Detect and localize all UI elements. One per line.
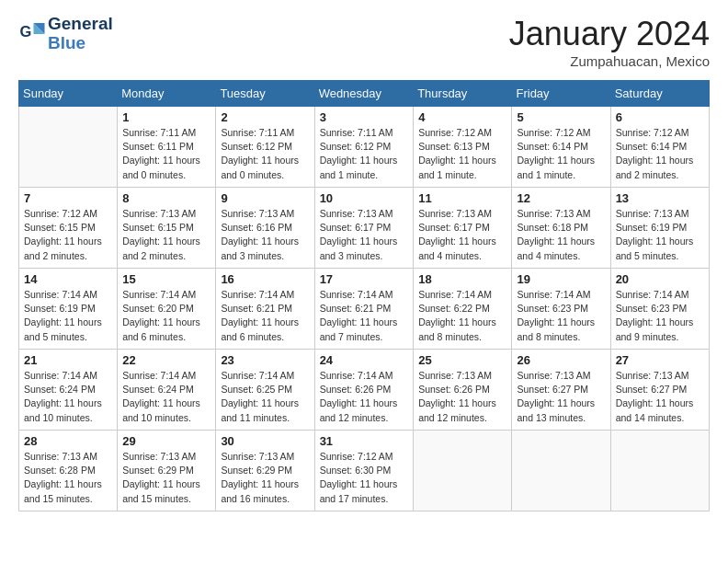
day-number: 16	[221, 272, 309, 286]
calendar-table: SundayMondayTuesdayWednesdayThursdayFrid…	[18, 80, 710, 511]
day-number: 25	[418, 353, 506, 367]
day-detail: Sunrise: 7:13 AM Sunset: 6:16 PM Dayligh…	[221, 207, 309, 263]
day-detail: Sunrise: 7:13 AM Sunset: 6:15 PM Dayligh…	[122, 207, 210, 263]
calendar-cell: 12Sunrise: 7:13 AM Sunset: 6:18 PM Dayli…	[512, 188, 610, 269]
calendar-cell: 6Sunrise: 7:12 AM Sunset: 6:14 PM Daylig…	[610, 107, 709, 188]
calendar-header-row: SundayMondayTuesdayWednesdayThursdayFrid…	[19, 81, 710, 107]
day-number: 31	[320, 434, 409, 448]
calendar-cell: 2Sunrise: 7:11 AM Sunset: 6:12 PM Daylig…	[216, 107, 314, 188]
calendar-cell: 5Sunrise: 7:12 AM Sunset: 6:14 PM Daylig…	[512, 107, 610, 188]
calendar-cell: 4Sunrise: 7:12 AM Sunset: 6:13 PM Daylig…	[414, 107, 512, 188]
day-detail: Sunrise: 7:13 AM Sunset: 6:19 PM Dayligh…	[616, 207, 704, 263]
day-detail: Sunrise: 7:12 AM Sunset: 6:14 PM Dayligh…	[517, 126, 605, 182]
day-detail: Sunrise: 7:11 AM Sunset: 6:12 PM Dayligh…	[320, 126, 409, 182]
day-detail: Sunrise: 7:14 AM Sunset: 6:23 PM Dayligh…	[616, 288, 704, 344]
svg-text:G: G	[20, 23, 32, 40]
day-number: 29	[122, 434, 210, 448]
calendar-cell: 9Sunrise: 7:13 AM Sunset: 6:16 PM Daylig…	[216, 188, 314, 269]
day-number: 15	[122, 272, 210, 286]
calendar-header-friday: Friday	[512, 81, 610, 107]
day-number: 20	[616, 272, 704, 286]
day-number: 1	[122, 110, 210, 124]
day-number: 3	[320, 110, 409, 124]
calendar-week-row: 7Sunrise: 7:12 AM Sunset: 6:15 PM Daylig…	[19, 188, 710, 269]
calendar-cell: 7Sunrise: 7:12 AM Sunset: 6:15 PM Daylig…	[19, 188, 118, 269]
calendar-cell	[610, 431, 709, 511]
calendar-week-row: 1Sunrise: 7:11 AM Sunset: 6:11 PM Daylig…	[19, 107, 710, 188]
day-number: 22	[122, 353, 210, 367]
calendar-cell	[19, 107, 118, 188]
day-number: 7	[24, 191, 112, 205]
calendar-header-monday: Monday	[118, 81, 216, 107]
day-number: 2	[221, 110, 309, 124]
day-number: 24	[320, 353, 409, 367]
day-number: 17	[320, 272, 409, 286]
day-detail: Sunrise: 7:12 AM Sunset: 6:15 PM Dayligh…	[24, 207, 112, 263]
day-number: 19	[517, 272, 605, 286]
day-number: 5	[517, 110, 605, 124]
day-detail: Sunrise: 7:13 AM Sunset: 6:27 PM Dayligh…	[517, 369, 605, 425]
month-title: January 2024	[509, 15, 710, 53]
day-detail: Sunrise: 7:13 AM Sunset: 6:28 PM Dayligh…	[24, 450, 112, 506]
calendar-week-row: 14Sunrise: 7:14 AM Sunset: 6:19 PM Dayli…	[19, 269, 710, 350]
calendar-cell: 16Sunrise: 7:14 AM Sunset: 6:21 PM Dayli…	[216, 269, 314, 350]
calendar-cell: 10Sunrise: 7:13 AM Sunset: 6:17 PM Dayli…	[314, 188, 414, 269]
day-detail: Sunrise: 7:14 AM Sunset: 6:23 PM Dayligh…	[517, 288, 605, 344]
calendar-cell: 15Sunrise: 7:14 AM Sunset: 6:20 PM Dayli…	[118, 269, 216, 350]
day-detail: Sunrise: 7:14 AM Sunset: 6:20 PM Dayligh…	[122, 288, 210, 344]
calendar-week-row: 21Sunrise: 7:14 AM Sunset: 6:24 PM Dayli…	[19, 350, 710, 431]
logo: G General Blue	[18, 15, 113, 53]
day-detail: Sunrise: 7:14 AM Sunset: 6:21 PM Dayligh…	[320, 288, 409, 344]
day-number: 10	[320, 191, 409, 205]
calendar-header-saturday: Saturday	[610, 81, 709, 107]
day-number: 18	[418, 272, 506, 286]
day-number: 28	[24, 434, 112, 448]
calendar-cell: 3Sunrise: 7:11 AM Sunset: 6:12 PM Daylig…	[314, 107, 414, 188]
day-number: 4	[418, 110, 506, 124]
calendar-cell: 19Sunrise: 7:14 AM Sunset: 6:23 PM Dayli…	[512, 269, 610, 350]
day-detail: Sunrise: 7:14 AM Sunset: 6:24 PM Dayligh…	[24, 369, 112, 425]
day-number: 12	[517, 191, 605, 205]
header: G General Blue January 2024 Zumpahuacan,…	[18, 15, 710, 69]
day-number: 30	[221, 434, 309, 448]
calendar-cell: 21Sunrise: 7:14 AM Sunset: 6:24 PM Dayli…	[19, 350, 118, 431]
day-detail: Sunrise: 7:13 AM Sunset: 6:17 PM Dayligh…	[320, 207, 409, 263]
calendar-cell: 31Sunrise: 7:12 AM Sunset: 6:30 PM Dayli…	[314, 431, 414, 511]
day-detail: Sunrise: 7:12 AM Sunset: 6:30 PM Dayligh…	[320, 450, 409, 506]
day-number: 9	[221, 191, 309, 205]
calendar-cell: 1Sunrise: 7:11 AM Sunset: 6:11 PM Daylig…	[118, 107, 216, 188]
calendar-cell: 25Sunrise: 7:13 AM Sunset: 6:26 PM Dayli…	[414, 350, 512, 431]
day-number: 8	[122, 191, 210, 205]
day-detail: Sunrise: 7:13 AM Sunset: 6:17 PM Dayligh…	[418, 207, 506, 263]
calendar-cell: 17Sunrise: 7:14 AM Sunset: 6:21 PM Dayli…	[314, 269, 414, 350]
calendar-cell	[512, 431, 610, 511]
day-number: 13	[616, 191, 704, 205]
day-detail: Sunrise: 7:14 AM Sunset: 6:25 PM Dayligh…	[221, 369, 309, 425]
day-number: 21	[24, 353, 112, 367]
calendar-cell: 27Sunrise: 7:13 AM Sunset: 6:27 PM Dayli…	[610, 350, 709, 431]
day-detail: Sunrise: 7:14 AM Sunset: 6:21 PM Dayligh…	[221, 288, 309, 344]
calendar-header-sunday: Sunday	[19, 81, 118, 107]
day-detail: Sunrise: 7:11 AM Sunset: 6:11 PM Dayligh…	[122, 126, 210, 182]
logo-icon: G	[18, 20, 46, 48]
calendar-cell: 29Sunrise: 7:13 AM Sunset: 6:29 PM Dayli…	[118, 431, 216, 511]
day-detail: Sunrise: 7:14 AM Sunset: 6:22 PM Dayligh…	[418, 288, 506, 344]
calendar-cell: 11Sunrise: 7:13 AM Sunset: 6:17 PM Dayli…	[414, 188, 512, 269]
day-number: 11	[418, 191, 506, 205]
day-detail: Sunrise: 7:14 AM Sunset: 6:19 PM Dayligh…	[24, 288, 112, 344]
day-number: 14	[24, 272, 112, 286]
day-detail: Sunrise: 7:11 AM Sunset: 6:12 PM Dayligh…	[221, 126, 309, 182]
calendar-cell: 14Sunrise: 7:14 AM Sunset: 6:19 PM Dayli…	[19, 269, 118, 350]
location: Zumpahuacan, Mexico	[509, 53, 710, 69]
day-number: 6	[616, 110, 704, 124]
calendar-cell: 18Sunrise: 7:14 AM Sunset: 6:22 PM Dayli…	[414, 269, 512, 350]
calendar-cell: 24Sunrise: 7:14 AM Sunset: 6:26 PM Dayli…	[314, 350, 414, 431]
day-detail: Sunrise: 7:12 AM Sunset: 6:13 PM Dayligh…	[418, 126, 506, 182]
day-detail: Sunrise: 7:13 AM Sunset: 6:18 PM Dayligh…	[517, 207, 605, 263]
calendar-header-tuesday: Tuesday	[216, 81, 314, 107]
day-detail: Sunrise: 7:13 AM Sunset: 6:29 PM Dayligh…	[122, 450, 210, 506]
calendar-header-wednesday: Wednesday	[314, 81, 414, 107]
day-detail: Sunrise: 7:14 AM Sunset: 6:24 PM Dayligh…	[122, 369, 210, 425]
calendar-cell: 26Sunrise: 7:13 AM Sunset: 6:27 PM Dayli…	[512, 350, 610, 431]
day-detail: Sunrise: 7:14 AM Sunset: 6:26 PM Dayligh…	[320, 369, 409, 425]
